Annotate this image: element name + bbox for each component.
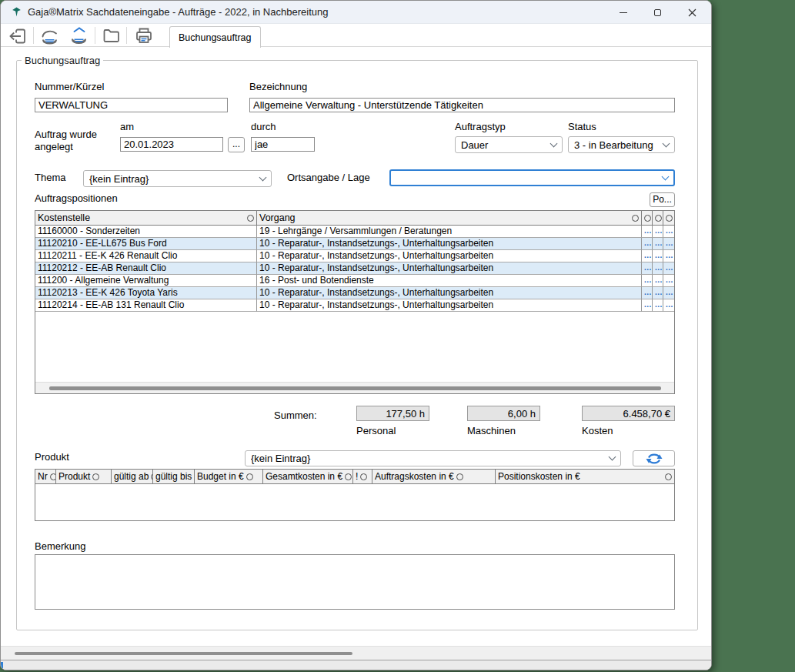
column-header-vorgang[interactable]: Vorgang [257,211,642,225]
row-detail-button[interactable]: ... [663,262,674,275]
nummer-label: Nummer/Kürzel [35,81,104,92]
folder-button[interactable] [99,25,124,46]
cell-kostenstelle[interactable]: 11120211 - EE-K 426 Renault Clio [35,250,257,262]
status-select[interactable]: 3 - in Bearbeitung [568,136,675,153]
window-horizontal-scrollbar[interactable] [1,646,711,660]
groupbox-title: Buchungsauftrag [22,55,103,66]
app-window: Gaja®Matrix Sachdateneingabe - Aufträge … [0,0,712,670]
table-row[interactable]: 111200 - Allgemeine Verwaltung 16 - Post… [35,275,674,287]
db-save-button[interactable] [67,25,92,46]
row-detail-button[interactable]: ... [663,226,674,238]
bemerkung-textarea[interactable] [35,554,675,610]
row-detail-button[interactable]: ... [663,299,674,312]
refresh-button[interactable] [633,450,675,466]
produkt-label: Produkt [35,451,69,463]
summe-personal-field: 177,50 h [356,406,429,421]
row-detail-button[interactable]: ... [663,287,674,299]
date-browse-button[interactable]: ... [228,137,245,152]
print-button[interactable] [132,25,156,46]
auftragstyp-select[interactable]: Dauer [455,136,563,153]
tab-label: Buchungsauftrag [179,32,252,43]
auftragstyp-label: Auftragstyp [455,121,506,132]
durch-input[interactable] [251,137,315,152]
maximize-button[interactable] [640,1,675,24]
cell-kostenstelle[interactable]: 11120212 - EE-AB Renault Clio [35,262,257,275]
sort-circle-icon [456,473,463,480]
column-header-nr[interactable]: Nr [35,470,56,483]
bezeichnung-input[interactable] [249,98,675,112]
column-header-action[interactable] [642,211,653,225]
column-header-gesamtkosten[interactable]: Gesamtkosten in € [263,470,353,483]
cell-vorgang[interactable]: 10 - Reparatur-, Instandsetzungs-, Unter… [257,299,642,312]
cell-vorgang[interactable]: 10 - Reparatur-, Instandsetzungs-, Unter… [257,250,642,262]
exit-button[interactable] [5,25,30,46]
positionen-button[interactable]: Po... [650,192,675,207]
column-header-produkt[interactable]: Produkt [56,470,112,483]
produkt-value: {kein Eintrag} [251,453,610,464]
cell-vorgang[interactable]: 10 - Reparatur-, Instandsetzungs-, Unter… [257,262,642,275]
cell-vorgang[interactable]: 19 - Lehrgänge / Versammlungen / Beratun… [257,226,642,238]
window-title: Gaja®Matrix Sachdateneingabe - Aufträge … [28,6,328,18]
column-header-positionskosten[interactable]: Positionskosten in € [496,470,674,483]
desktop: { "window": { "title": "Gaja®Matrix Sach… [0,0,795,672]
print-icon [132,25,155,48]
cell-vorgang[interactable]: 10 - Reparatur-, Instandsetzungs-, Unter… [257,287,642,299]
column-header-action[interactable] [653,211,663,225]
row-detail-button[interactable]: ... [653,250,663,262]
row-detail-button[interactable]: ... [653,238,663,250]
cell-vorgang[interactable]: 10 - Reparatur-, Instandsetzungs-, Unter… [257,238,642,250]
row-detail-button[interactable]: ... [642,238,653,250]
column-header-warn[interactable]: ! [353,470,372,483]
app-icon [11,6,22,18]
thema-select[interactable]: {kein Eintrag} [83,170,272,187]
close-button[interactable] [675,1,710,24]
sort-circle-icon[interactable] [247,215,254,222]
sort-circle-icon[interactable] [632,215,639,222]
row-detail-button[interactable]: ... [642,226,653,238]
table-row[interactable]: 11120214 - EE-AB 131 Renault Clio 10 - R… [35,299,674,312]
row-detail-button[interactable]: ... [642,299,653,312]
nummer-input[interactable] [35,98,228,112]
table-row[interactable]: 11120213 - EE-K 426 Toyota Yaris 10 - Re… [35,287,674,299]
table-row[interactable]: 11120212 - EE-AB Renault Clio 10 - Repar… [35,262,674,275]
cell-kostenstelle[interactable]: 11120214 - EE-AB 131 Renault Clio [35,299,257,312]
row-detail-button[interactable]: ... [653,262,663,275]
minimize-button[interactable] [606,1,640,24]
cell-kostenstelle[interactable]: 11160000 - Sonderzeiten [35,226,257,238]
row-detail-button[interactable]: ... [663,250,674,262]
row-detail-button[interactable]: ... [663,238,674,250]
column-header-auftragskosten[interactable]: Auftragskosten in € [372,470,496,483]
sort-circle-icon [345,473,352,480]
tab-buchungsauftrag[interactable]: Buchungsauftrag [169,26,261,48]
row-detail-button[interactable]: ... [642,275,653,287]
table-row[interactable]: 11120210 - EE-LL675 Bus Ford 10 - Repara… [35,238,674,250]
column-header-kostenstelle[interactable]: Kostenstelle [35,211,257,225]
column-header-budget[interactable]: Budget in € [195,470,263,483]
row-detail-button[interactable]: ... [653,287,663,299]
column-header-gueltig-bis[interactable]: gültig bis [153,470,195,483]
ortsangabe-select[interactable] [389,169,675,186]
scrollbar-thumb[interactable] [15,652,352,655]
row-detail-button[interactable]: ... [653,299,663,312]
row-detail-button[interactable]: ... [642,250,653,262]
produkt-select[interactable]: {kein Eintrag} [245,450,621,466]
row-detail-button[interactable]: ... [642,287,653,299]
horizontal-scrollbar[interactable] [35,382,674,393]
cell-vorgang[interactable]: 16 - Post- und Botendienste [257,275,642,287]
produkt-table-header: Nr Produkt gültig ab gültig bis Budget i… [35,470,674,484]
cell-kostenstelle[interactable]: 11120213 - EE-K 426 Toyota Yaris [35,287,257,299]
row-detail-button[interactable]: ... [642,262,653,275]
row-detail-button[interactable]: ... [653,226,663,238]
scrollbar-thumb[interactable] [49,386,661,390]
cell-kostenstelle[interactable]: 11120210 - EE-LL675 Bus Ford [35,238,257,250]
row-detail-button[interactable]: ... [663,275,674,287]
column-header-gueltig-ab[interactable]: gültig ab [112,470,153,483]
table-row[interactable]: 11160000 - Sonderzeiten 19 - Lehrgänge /… [35,226,674,238]
resize-grip[interactable] [1,662,3,670]
table-row[interactable]: 11120211 - EE-K 426 Renault Clio 10 - Re… [35,250,674,262]
am-date-input[interactable] [120,137,223,152]
cell-kostenstelle[interactable]: 111200 - Allgemeine Verwaltung [35,275,257,287]
row-detail-button[interactable]: ... [653,275,663,287]
db-restore-button[interactable] [38,25,62,46]
column-header-action[interactable] [663,211,674,225]
